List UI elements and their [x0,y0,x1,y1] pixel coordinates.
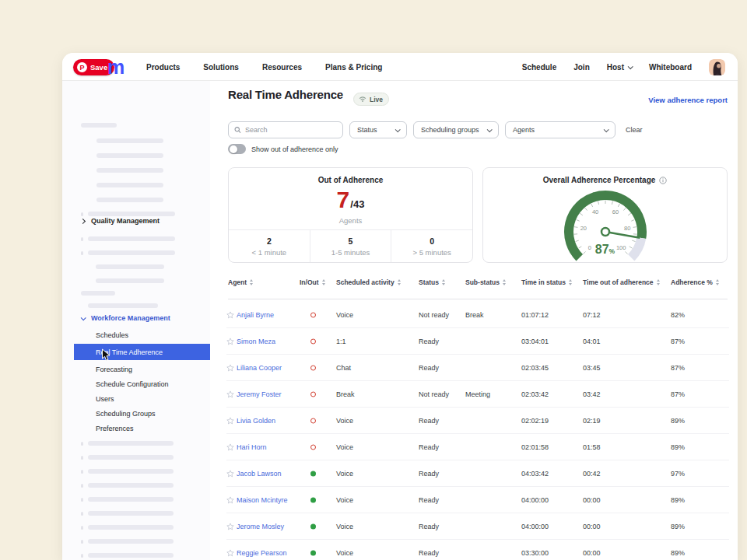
column-header-agent[interactable]: Agent [228,278,253,286]
in-adherence-dot [310,497,316,502]
out-of-adherence-card: Out of Adherence 7 /43 Agents 2< 1 minut… [228,167,473,263]
sidebar-item-schedules[interactable]: Schedules [62,327,210,343]
skeleton-tick [81,484,83,488]
out-of-adherence-dot [310,418,316,423]
column-header-status[interactable]: Status [419,278,445,286]
nav-left-group: ProductsSolutionsResourcesPlans & Pricin… [146,53,382,81]
column-header-time-out-of-adherence[interactable]: Time out of adherence [583,278,660,286]
skeleton-tick [81,512,83,516]
sidebar-item-forecasting[interactable]: Forecasting [62,362,210,377]
skeleton-bar [96,138,163,143]
miro-logo[interactable]: m [107,53,124,81]
agent-name-link[interactable]: Reggie Pearson [237,549,287,557]
agent-name-link[interactable]: Maison Mcintyre [237,496,288,504]
agent-name-link[interactable]: Jerome Mosley [237,523,284,530]
svg-text:80: 80 [623,225,630,232]
column-header-label: In/Out [300,278,319,286]
gauge-title-text: Overall Adherence Percentage [543,176,656,184]
favorite-star-icon[interactable] [226,338,234,345]
status-cell: Ready [419,549,439,557]
sidebar-item-real-time-adherence[interactable]: Real Time Adherence [74,344,210,360]
nav-item-solutions[interactable]: Solutions [203,63,239,72]
skeleton-tick [81,540,83,544]
column-header-label: Sub-status [465,278,500,286]
nav-item-products[interactable]: Products [146,63,180,72]
svg-text:60: 60 [612,208,618,215]
agents-dropdown-label: Agents [513,126,535,134]
favorite-star-icon[interactable] [226,549,234,557]
status-dropdown[interactable]: Status [349,121,407,138]
clear-filters-button[interactable]: Clear [626,126,643,134]
status-dropdown-label: Status [357,126,377,134]
breakdown-label: < 1 minute [252,248,287,257]
sidebar-item-quality-management[interactable]: Quality Management [81,215,160,226]
status-cell: Ready [419,364,439,372]
search-input[interactable] [245,126,337,134]
table-row: Maison McintyreVoiceReady04:00:0000:0089… [226,487,729,513]
favorite-star-icon[interactable] [226,443,234,451]
user-avatar[interactable] [709,59,725,75]
agent-name-link[interactable]: Liliana Cooper [237,364,282,372]
toggle-label: Show out of adherence only [251,145,338,153]
skeleton-bar [96,278,164,283]
agent-name-link[interactable]: Jeremy Foster [237,390,282,398]
sidebar-item-users[interactable]: Users [62,391,210,407]
nav-item-resources[interactable]: Resources [262,63,302,72]
adherence-percent-cell: 82% [671,311,685,319]
table-row: Hari HornVoiceReady02:01:5801:5889% [226,434,729,460]
status-cell: Ready [419,443,439,451]
column-header-time-in-status[interactable]: Time in status [521,278,572,286]
nav-item-plans-pricing[interactable]: Plans & Pricing [325,63,382,72]
nav-item-join[interactable]: Join [573,63,590,72]
favorite-star-icon[interactable] [226,470,234,478]
agent-name-link[interactable]: Jacob Lawson [237,470,282,478]
show-out-of-adherence-toggle[interactable] [228,144,246,154]
page-title: Real Time Adherence [228,88,343,101]
column-header-adherence[interactable]: Adherence % [671,278,719,286]
column-header-label: Adherence % [671,278,713,286]
favorite-star-icon[interactable] [226,523,234,530]
favorite-star-icon[interactable] [226,311,234,319]
scheduling-groups-dropdown[interactable]: Scheduling groups [413,121,499,138]
toggle-knob [230,145,237,153]
skeleton-bar [88,469,174,474]
out-card-count-row: 7 /43 [229,188,472,212]
gauge-needle [605,232,640,238]
app-window: P Save m ProductsSolutionsResourcesPlans… [62,53,738,560]
column-header-label: Time in status [521,278,566,286]
favorite-star-icon[interactable] [226,417,234,425]
view-adherence-report-link[interactable]: View adherence report [648,96,728,104]
time-in-status-cell: 01:07:12 [521,311,549,319]
agent-name-link[interactable]: Hari Horn [237,443,267,451]
sort-icon [442,279,445,285]
nav-item-whiteboard[interactable]: Whiteboard [649,63,692,72]
agents-total: /43 [350,198,364,210]
adherence-breakdown: 2< 1 minute51-5 minutes0> 5 minutes [229,229,472,262]
agent-name-link[interactable]: Livia Golden [237,417,275,425]
nav-item-schedule[interactable]: Schedule [522,63,556,72]
status-cell: Not ready [419,311,449,319]
scheduled-activity-cell: Voice [336,523,353,530]
skeleton-tick [81,442,83,446]
agent-name-link[interactable]: Simon Meza [237,338,275,345]
sidebar-item-preferences[interactable]: Preferences [62,421,210,436]
column-header-in-out[interactable]: In/Out [300,278,325,286]
column-header-sub-status[interactable]: Sub-status [465,278,506,286]
info-icon[interactable] [659,177,667,184]
favorite-star-icon[interactable] [226,496,234,504]
skeleton-bar [88,455,174,460]
gauge-value: 87% [483,243,727,257]
favorite-star-icon[interactable] [226,364,234,372]
column-header-scheduled-activity[interactable]: Scheduled activity [336,278,401,286]
nav-item-host[interactable]: Host [607,63,632,72]
agent-name-link[interactable]: Anjali Byrne [237,311,274,319]
column-header-label: Status [419,278,439,286]
adherence-percent-cell: 89% [671,417,685,425]
favorite-star-icon[interactable] [226,390,234,398]
sidebar-item-schedule-configuration[interactable]: Schedule Configuration [62,376,210,392]
sidebar-item-scheduling-groups[interactable]: Scheduling Groups [62,406,210,422]
skeleton-bar [96,153,163,158]
sidebar-item-workforce-management[interactable]: Workforce Management [81,313,170,324]
agents-dropdown[interactable]: Agents [505,121,615,138]
table-header-row: AgentIn/OutScheduled activityStatusSub-s… [226,278,729,289]
